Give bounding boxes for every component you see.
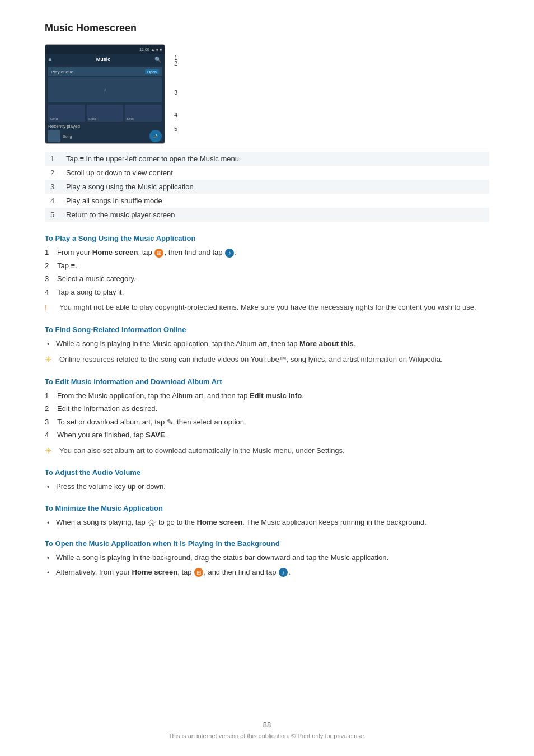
- mock-search-icon: 🔍: [154, 57, 161, 63]
- mock-open-btn: Open: [145, 69, 159, 74]
- mock-song-card-1: Song: [48, 105, 85, 122]
- bold-edit-music: Edit music info: [250, 391, 302, 400]
- bold-home-screen-3: Home screen: [132, 568, 178, 576]
- mock-recently-row: Song ⇌: [48, 130, 162, 142]
- mock-recent-info: Song: [63, 134, 147, 138]
- page-number: 88: [0, 721, 534, 729]
- mock-shuffle-btn: ⇌: [149, 130, 162, 142]
- step-text: From your Home screen, tap ⊞, then find …: [57, 247, 237, 258]
- step-num: 2: [45, 403, 53, 414]
- step-num: 2: [45, 260, 53, 272]
- find-info-tip: ✳ Online resources related to the song c…: [45, 354, 489, 366]
- status-icons: ▲ ● ■: [151, 48, 162, 52]
- table-num: 1: [45, 152, 60, 166]
- bullet-dot: •: [47, 567, 51, 578]
- bold-more-about: More about this: [299, 339, 354, 348]
- open-bg-bullet-1: • While a song is playing in the backgro…: [45, 552, 489, 564]
- callout-5: 5: [174, 125, 177, 132]
- step-text: Tap a song to play it.: [57, 287, 124, 298]
- step-text: When you are finished, tap SAVE.: [57, 430, 167, 441]
- table-cell: Scroll up or down to view content: [60, 166, 489, 180]
- bullet-dot: •: [47, 482, 51, 493]
- find-info-bullet-1: • While a song is playing in the Music a…: [45, 338, 489, 350]
- bullet-dot: •: [47, 517, 51, 529]
- table-num: 2: [45, 166, 60, 180]
- play-step-2: 2 Tap ≡.: [45, 260, 489, 272]
- table-cell: Play all songs in shuffle mode: [60, 194, 489, 208]
- tip-content: Online resources related to the song can…: [59, 354, 443, 366]
- play-step-1: 1 From your Home screen, tap ⊞, then fin…: [45, 247, 489, 258]
- step-text: From the Music application, tap the Albu…: [57, 390, 304, 402]
- callout-3: 3: [174, 89, 177, 96]
- table-row: 3 Play a song using the Music applicatio…: [45, 180, 489, 194]
- step-num: 4: [45, 287, 53, 298]
- edit-music-tip: ✳ You can also set album art to download…: [45, 445, 489, 458]
- hamburger-icon: ≡: [49, 57, 52, 63]
- mock-play-queue-bar: Play queue Open: [48, 67, 162, 76]
- step-text: Edit the information as desired.: [57, 403, 157, 414]
- bold-home-screen: Home screen: [92, 248, 138, 256]
- callout-4: 4: [174, 111, 177, 118]
- step-num: 3: [45, 417, 53, 428]
- table-cell: Play a song using the Music application: [60, 180, 489, 194]
- play-step-4: 4 Tap a song to play it.: [45, 287, 489, 298]
- page-title: Music Homescreen: [45, 22, 489, 34]
- page-footer: 88 This is an internet version of this p…: [0, 721, 534, 739]
- mock-recently-section: Recently played Song ⇌: [48, 124, 162, 142]
- screenshot-mockup: 12:00 ▲ ● ■ ≡ Music 🔍 Play queue Open ♪: [45, 44, 165, 144]
- tip-icon: ✳: [45, 353, 55, 366]
- bullet-text: Alternatively, from your Home screen, ta…: [56, 567, 291, 578]
- bullet-dot: •: [47, 553, 51, 564]
- warning-icon: !: [45, 301, 55, 314]
- apps-icon: ⊞: [154, 249, 163, 258]
- pencil-icon: [167, 418, 173, 426]
- mock-topbar: ≡ Music 🔍: [45, 54, 165, 65]
- play-step-3: 3 Select a music category.: [45, 273, 489, 284]
- mock-song-label-1: Song: [50, 117, 58, 120]
- table-num: 5: [45, 208, 60, 222]
- section-heading-volume: To Adjust the Audio Volume: [45, 468, 489, 477]
- callout-2: 2: [174, 60, 177, 67]
- mock-hero-placeholder: ♪: [104, 87, 106, 92]
- step-num: 1: [45, 390, 53, 402]
- bullet-text: While a song is playing in the backgroun…: [56, 552, 388, 564]
- music-icon: ♪: [225, 249, 234, 258]
- bold-home-screen-2: Home screen: [197, 518, 243, 526]
- mock-song-card-3: Song: [125, 105, 162, 122]
- bold-save: SAVE: [146, 431, 165, 439]
- section-heading-minimize: To Minimize the Music Application: [45, 504, 489, 512]
- bullet-text: While a song is playing in the Music app…: [56, 338, 355, 350]
- edit-step-3: 3 To set or download album art, tap , th…: [45, 417, 489, 428]
- apps-icon-2: ⊞: [194, 568, 203, 577]
- find-info-bullets: • While a song is playing in the Music a…: [45, 338, 489, 350]
- step-num: 4: [45, 430, 53, 441]
- play-song-note: ! You might not be able to play copyrigh…: [45, 302, 489, 314]
- footer-text: This is an internet version of this publ…: [0, 732, 534, 739]
- tip-content-edit: You can also set album art to download a…: [59, 445, 345, 458]
- table-row: 4 Play all songs in shuffle mode: [45, 194, 489, 208]
- minimize-bullets: • When a song is playing, tap to go to t…: [45, 517, 489, 529]
- tip-icon-edit: ✳: [45, 445, 55, 458]
- table-num: 4: [45, 194, 60, 208]
- table-row: 1 Tap ≡ in the upper-left corner to open…: [45, 152, 489, 166]
- mock-recent-thumb: [48, 130, 60, 142]
- volume-bullet-1: • Press the volume key up or down.: [45, 481, 489, 493]
- section-heading-edit-music: To Edit Music Information and Download A…: [45, 377, 489, 386]
- mock-app-title: Music: [96, 57, 111, 62]
- mock-main-content: Play queue Open ♪ Song Song Song: [45, 65, 165, 144]
- mock-song-cards: Song Song Song: [48, 105, 162, 122]
- edit-step-2: 2 Edit the information as desired.: [45, 403, 489, 414]
- mock-screen: 12:00 ▲ ● ■ ≡ Music 🔍 Play queue Open ♪: [45, 44, 165, 144]
- step-text: Tap ≡.: [57, 260, 77, 272]
- open-bg-bullets: • While a song is playing in the backgro…: [45, 552, 489, 578]
- step-text: To set or download album art, tap , then…: [57, 417, 246, 428]
- minimize-bullet-1: • When a song is playing, tap to go to t…: [45, 517, 489, 529]
- volume-bullets: • Press the volume key up or down.: [45, 481, 489, 493]
- mock-song-card-2: Song: [87, 105, 124, 122]
- svg-marker-0: [148, 520, 155, 526]
- status-time: 12:00: [139, 48, 149, 52]
- mock-song-label-2: Song: [88, 117, 96, 120]
- play-song-steps: 1 From your Home screen, tap ⊞, then fin…: [45, 247, 489, 297]
- step-num: 3: [45, 273, 53, 284]
- mock-recent-song: Song: [63, 134, 147, 138]
